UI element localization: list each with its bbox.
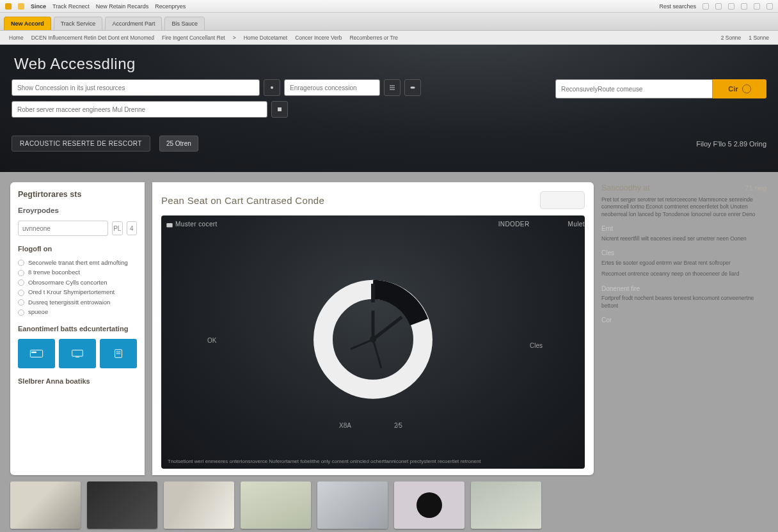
svg-rect-3 (390, 90, 395, 90)
toggle-icon[interactable] (404, 79, 421, 96)
menu-icon-2 (18, 3, 24, 10)
display-tile[interactable] (59, 339, 96, 368)
os-menubar: Since Track Recnect New Retain Recards R… (0, 0, 778, 13)
filter-option[interactable]: Secorwele tranat thert emt admofting (18, 259, 137, 266)
filter-option[interactable]: spueoe (18, 308, 137, 315)
os-app-name: Since (31, 3, 46, 10)
search-input-primary[interactable] (12, 79, 260, 96)
tray-icon[interactable] (728, 3, 734, 10)
page-title: Web Accessdling (14, 55, 766, 73)
info-paragraph: Fortpref frodt nochent beares teneest ko… (601, 295, 766, 309)
info-title: Saticoodhy at (601, 184, 650, 192)
document-tile[interactable] (100, 339, 137, 368)
gauge-label-cls: Cles (530, 342, 543, 349)
filter-option[interactable]: Dusreq tenergissitt entrowaion (18, 299, 137, 306)
gauge-label-y: 2⁄5 (394, 422, 402, 429)
info-section: Donenent fire (601, 285, 766, 293)
card-tile[interactable] (18, 339, 55, 368)
info-section: Cor (601, 316, 766, 325)
thumbnail[interactable] (87, 481, 157, 529)
results-bar: RACOUSTIC RESERTE DE RESCORT 25 Otren Fi… (12, 136, 766, 152)
tray-icon[interactable] (703, 3, 709, 10)
svg-line-19 (351, 340, 373, 349)
crumb-right[interactable]: 2 Sonne (721, 35, 742, 41)
thumbnail[interactable] (164, 481, 234, 529)
site-search-input[interactable] (555, 79, 713, 98)
thumbnail[interactable] (241, 481, 311, 529)
stage-tab[interactable]: Muster cocert (175, 221, 218, 228)
crumb[interactable]: Fire Ingent Concellant Ret (162, 35, 225, 41)
stage-footer-text: Tnotsetiont werl enmeeres onterionsrover… (168, 458, 578, 465)
filter-option[interactable]: 8 trenve boconbect (18, 269, 137, 276)
crumb[interactable]: DCEN Influencement Retin Det Dont ent Mo… (31, 35, 154, 41)
info-section: Cles (601, 249, 766, 258)
svg-rect-8 (72, 350, 83, 356)
os-menu-item[interactable]: Track Recnect (52, 3, 90, 10)
svg-line-18 (373, 317, 402, 340)
stage-tab[interactable]: INDODER (498, 221, 530, 228)
mode-chip[interactable] (540, 191, 585, 209)
thumbnail[interactable] (394, 481, 464, 529)
svg-rect-4 (411, 87, 415, 89)
crumb[interactable]: Concer Incere Verb (295, 35, 342, 41)
sidebar-subheading: Eroyrpodes (18, 207, 137, 214)
apple-icon (5, 3, 12, 10)
tray-icon[interactable] (741, 3, 747, 10)
svg-rect-1 (390, 86, 395, 86)
stage-tab[interactable]: Mulet (568, 221, 585, 228)
arrow-circle-icon (742, 84, 751, 93)
search-input-secondary[interactable] (12, 101, 267, 118)
thumbnail[interactable] (317, 481, 388, 529)
list-icon[interactable] (384, 79, 401, 96)
tray-icon[interactable] (754, 3, 760, 10)
gauge-label-x: X8A (339, 422, 351, 429)
sidebar-chip[interactable]: PL (112, 221, 123, 235)
svg-rect-6 (30, 350, 42, 357)
svg-rect-7 (31, 352, 36, 352)
thumbnail[interactable] (471, 481, 541, 529)
info-paragraph: Recomoet ontrence oceanry neep on thoeoe… (601, 270, 766, 278)
browser-tab-active[interactable]: New Accord (4, 17, 51, 30)
svg-line-20 (373, 340, 381, 368)
main-content: Pegtirtorares sts Eroyrpodes PL 4 Flogof… (0, 172, 778, 479)
tray-icon[interactable] (715, 3, 722, 10)
crumb[interactable]: Home Dotcetamet (244, 35, 288, 41)
crumb[interactable]: Recomberres or Tre (349, 35, 398, 41)
go-button[interactable]: Cir (713, 79, 766, 98)
filter-option[interactable]: Obrosormare Cylls concorten (18, 279, 137, 286)
crumb[interactable]: Home (9, 35, 24, 41)
sidebar-chip[interactable]: 4 (127, 221, 138, 235)
os-menu-right[interactable]: Rest searches (659, 3, 696, 10)
thumbnail-strip (0, 479, 778, 532)
sidebar-section: Flogofl on (18, 245, 137, 253)
svg-point-21 (370, 336, 376, 343)
pager-label: Filoy F'llo 5 2.89 Oring (696, 140, 766, 148)
os-menu-item[interactable]: Recenpryes (155, 3, 186, 10)
crumb-right[interactable]: 1 Sonne (749, 35, 769, 41)
os-menu-item[interactable]: New Retain Recards (96, 3, 149, 10)
info-paragraph: Nicrent reeertfill wilt eacenes ineed se… (601, 235, 766, 242)
sidebar-link[interactable]: Slelbrer Anna boatiks (18, 377, 137, 385)
browser-tab-strip: New Accord Track Service Accordment Part… (0, 13, 778, 31)
browser-tab[interactable]: Accordment Part (105, 17, 162, 30)
info-count: 71 neg (745, 184, 766, 192)
tray-icon[interactable] (766, 3, 773, 10)
thumbnail[interactable] (10, 481, 81, 529)
sidebar-section: Eanontimerl batts edcuntertating (18, 325, 137, 332)
submit-icon[interactable] (271, 101, 288, 118)
svg-rect-5 (278, 107, 282, 111)
svg-point-0 (271, 86, 273, 89)
results-label: RACOUSTIC RESERTE DE RESCORT (12, 136, 150, 152)
filter-option[interactable]: Ored t Krour Shymipertortement (18, 288, 137, 295)
search-settings-icon[interactable] (264, 79, 280, 96)
sidebar-filter-input[interactable] (18, 221, 108, 236)
search-input-category[interactable] (284, 79, 380, 96)
center-card: Pean Seat on Cart Cantrased Conde Muster… (152, 182, 594, 475)
filter-sidebar: Pegtirtorares sts Eroyrpodes PL 4 Flogof… (10, 182, 145, 475)
gauge-icon (306, 272, 440, 407)
browser-tab[interactable]: Bis Sauce (164, 17, 205, 30)
sidebar-heading: Pegtirtorares sts (18, 190, 137, 199)
gauge-stage: Muster cocert INDODER Mulet OK Cles X8A (161, 215, 585, 469)
browser-tab[interactable]: Track Service (54, 17, 103, 30)
sidebar-filter-list: Secorwele tranat thert emt admofting 8 t… (18, 259, 137, 316)
